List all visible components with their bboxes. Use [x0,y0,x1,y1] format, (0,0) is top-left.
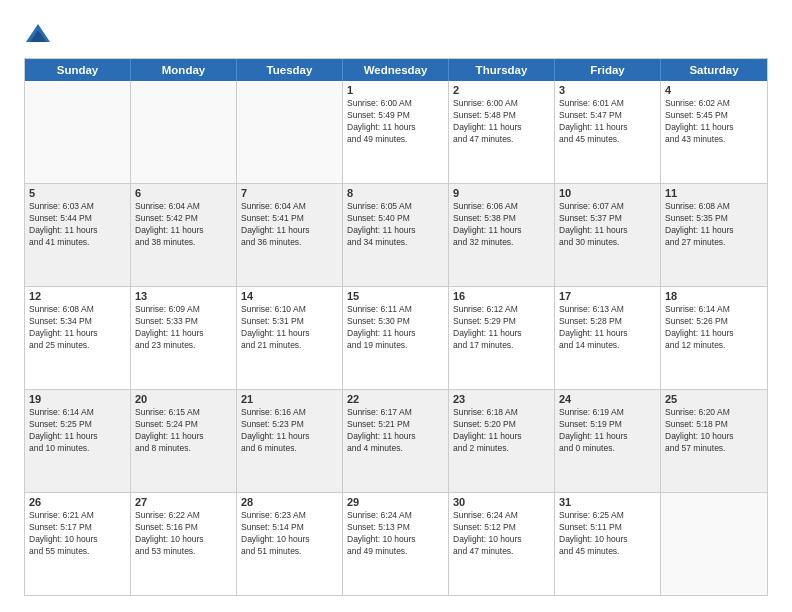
day-number: 17 [559,290,656,302]
cell-info: Sunrise: 6:11 AM Sunset: 5:30 PM Dayligh… [347,304,444,352]
day-number: 28 [241,496,338,508]
weekday-header: Tuesday [237,59,343,81]
cell-info: Sunrise: 6:15 AM Sunset: 5:24 PM Dayligh… [135,407,232,455]
cell-info: Sunrise: 6:17 AM Sunset: 5:21 PM Dayligh… [347,407,444,455]
calendar-cell: 7Sunrise: 6:04 AM Sunset: 5:41 PM Daylig… [237,184,343,286]
day-number: 15 [347,290,444,302]
calendar-row: 26Sunrise: 6:21 AM Sunset: 5:17 PM Dayli… [25,492,767,595]
day-number: 12 [29,290,126,302]
calendar-cell: 11Sunrise: 6:08 AM Sunset: 5:35 PM Dayli… [661,184,767,286]
calendar-cell: 31Sunrise: 6:25 AM Sunset: 5:11 PM Dayli… [555,493,661,595]
cell-info: Sunrise: 6:19 AM Sunset: 5:19 PM Dayligh… [559,407,656,455]
calendar-cell: 30Sunrise: 6:24 AM Sunset: 5:12 PM Dayli… [449,493,555,595]
calendar-cell: 13Sunrise: 6:09 AM Sunset: 5:33 PM Dayli… [131,287,237,389]
cell-info: Sunrise: 6:00 AM Sunset: 5:48 PM Dayligh… [453,98,550,146]
calendar-cell: 16Sunrise: 6:12 AM Sunset: 5:29 PM Dayli… [449,287,555,389]
day-number: 23 [453,393,550,405]
day-number: 13 [135,290,232,302]
cell-info: Sunrise: 6:25 AM Sunset: 5:11 PM Dayligh… [559,510,656,558]
cell-info: Sunrise: 6:20 AM Sunset: 5:18 PM Dayligh… [665,407,763,455]
calendar-cell: 6Sunrise: 6:04 AM Sunset: 5:42 PM Daylig… [131,184,237,286]
calendar-cell: 9Sunrise: 6:06 AM Sunset: 5:38 PM Daylig… [449,184,555,286]
day-number: 3 [559,84,656,96]
cell-info: Sunrise: 6:18 AM Sunset: 5:20 PM Dayligh… [453,407,550,455]
calendar-cell: 2Sunrise: 6:00 AM Sunset: 5:48 PM Daylig… [449,81,555,183]
weekday-header: Sunday [25,59,131,81]
calendar-cell: 19Sunrise: 6:14 AM Sunset: 5:25 PM Dayli… [25,390,131,492]
calendar-cell: 22Sunrise: 6:17 AM Sunset: 5:21 PM Dayli… [343,390,449,492]
day-number: 14 [241,290,338,302]
calendar-cell: 26Sunrise: 6:21 AM Sunset: 5:17 PM Dayli… [25,493,131,595]
weekday-header: Monday [131,59,237,81]
day-number: 21 [241,393,338,405]
cell-info: Sunrise: 6:00 AM Sunset: 5:49 PM Dayligh… [347,98,444,146]
cell-info: Sunrise: 6:14 AM Sunset: 5:25 PM Dayligh… [29,407,126,455]
cell-info: Sunrise: 6:23 AM Sunset: 5:14 PM Dayligh… [241,510,338,558]
calendar-cell: 4Sunrise: 6:02 AM Sunset: 5:45 PM Daylig… [661,81,767,183]
calendar-row: 1Sunrise: 6:00 AM Sunset: 5:49 PM Daylig… [25,81,767,183]
calendar-cell: 15Sunrise: 6:11 AM Sunset: 5:30 PM Dayli… [343,287,449,389]
header [24,20,768,48]
day-number: 27 [135,496,232,508]
logo [24,20,56,48]
cell-info: Sunrise: 6:01 AM Sunset: 5:47 PM Dayligh… [559,98,656,146]
cell-info: Sunrise: 6:03 AM Sunset: 5:44 PM Dayligh… [29,201,126,249]
calendar-cell [237,81,343,183]
cell-info: Sunrise: 6:22 AM Sunset: 5:16 PM Dayligh… [135,510,232,558]
cell-info: Sunrise: 6:10 AM Sunset: 5:31 PM Dayligh… [241,304,338,352]
calendar-header: SundayMondayTuesdayWednesdayThursdayFrid… [25,59,767,81]
day-number: 10 [559,187,656,199]
calendar-row: 12Sunrise: 6:08 AM Sunset: 5:34 PM Dayli… [25,286,767,389]
calendar-cell [131,81,237,183]
cell-info: Sunrise: 6:04 AM Sunset: 5:41 PM Dayligh… [241,201,338,249]
calendar-body: 1Sunrise: 6:00 AM Sunset: 5:49 PM Daylig… [25,81,767,595]
day-number: 30 [453,496,550,508]
day-number: 1 [347,84,444,96]
calendar-cell: 27Sunrise: 6:22 AM Sunset: 5:16 PM Dayli… [131,493,237,595]
day-number: 25 [665,393,763,405]
page: SundayMondayTuesdayWednesdayThursdayFrid… [0,0,792,612]
calendar-cell: 5Sunrise: 6:03 AM Sunset: 5:44 PM Daylig… [25,184,131,286]
day-number: 22 [347,393,444,405]
cell-info: Sunrise: 6:12 AM Sunset: 5:29 PM Dayligh… [453,304,550,352]
calendar-row: 5Sunrise: 6:03 AM Sunset: 5:44 PM Daylig… [25,183,767,286]
calendar-cell: 8Sunrise: 6:05 AM Sunset: 5:40 PM Daylig… [343,184,449,286]
cell-info: Sunrise: 6:07 AM Sunset: 5:37 PM Dayligh… [559,201,656,249]
day-number: 20 [135,393,232,405]
cell-info: Sunrise: 6:06 AM Sunset: 5:38 PM Dayligh… [453,201,550,249]
calendar-cell: 28Sunrise: 6:23 AM Sunset: 5:14 PM Dayli… [237,493,343,595]
calendar-cell [25,81,131,183]
cell-info: Sunrise: 6:13 AM Sunset: 5:28 PM Dayligh… [559,304,656,352]
cell-info: Sunrise: 6:05 AM Sunset: 5:40 PM Dayligh… [347,201,444,249]
day-number: 11 [665,187,763,199]
day-number: 19 [29,393,126,405]
cell-info: Sunrise: 6:02 AM Sunset: 5:45 PM Dayligh… [665,98,763,146]
weekday-header: Saturday [661,59,767,81]
day-number: 31 [559,496,656,508]
cell-info: Sunrise: 6:09 AM Sunset: 5:33 PM Dayligh… [135,304,232,352]
cell-info: Sunrise: 6:24 AM Sunset: 5:12 PM Dayligh… [453,510,550,558]
cell-info: Sunrise: 6:21 AM Sunset: 5:17 PM Dayligh… [29,510,126,558]
logo-icon [24,20,52,48]
calendar-cell: 21Sunrise: 6:16 AM Sunset: 5:23 PM Dayli… [237,390,343,492]
day-number: 4 [665,84,763,96]
day-number: 16 [453,290,550,302]
day-number: 29 [347,496,444,508]
calendar-cell: 24Sunrise: 6:19 AM Sunset: 5:19 PM Dayli… [555,390,661,492]
cell-info: Sunrise: 6:08 AM Sunset: 5:35 PM Dayligh… [665,201,763,249]
day-number: 24 [559,393,656,405]
calendar-cell [661,493,767,595]
calendar-cell: 12Sunrise: 6:08 AM Sunset: 5:34 PM Dayli… [25,287,131,389]
cell-info: Sunrise: 6:04 AM Sunset: 5:42 PM Dayligh… [135,201,232,249]
day-number: 2 [453,84,550,96]
day-number: 5 [29,187,126,199]
day-number: 26 [29,496,126,508]
day-number: 18 [665,290,763,302]
calendar-cell: 25Sunrise: 6:20 AM Sunset: 5:18 PM Dayli… [661,390,767,492]
weekday-header: Wednesday [343,59,449,81]
calendar-cell: 1Sunrise: 6:00 AM Sunset: 5:49 PM Daylig… [343,81,449,183]
calendar-cell: 18Sunrise: 6:14 AM Sunset: 5:26 PM Dayli… [661,287,767,389]
day-number: 9 [453,187,550,199]
cell-info: Sunrise: 6:16 AM Sunset: 5:23 PM Dayligh… [241,407,338,455]
calendar-cell: 10Sunrise: 6:07 AM Sunset: 5:37 PM Dayli… [555,184,661,286]
